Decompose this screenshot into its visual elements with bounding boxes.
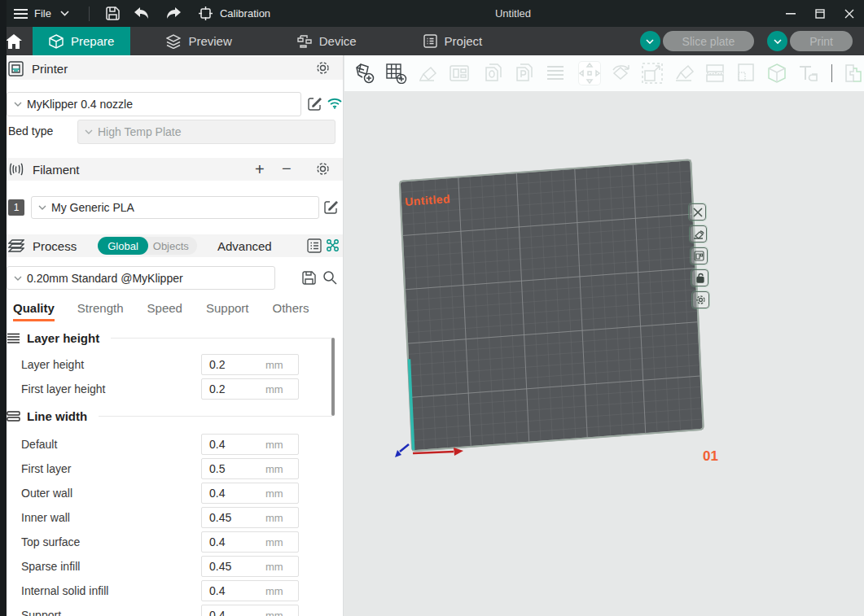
copy-icon[interactable] (483, 62, 504, 85)
arrange-icon[interactable] (449, 62, 470, 85)
device-icon (297, 35, 312, 48)
process-preset-select[interactable]: 0.20mm Standard @MyKlipper (7, 266, 275, 290)
setting-row: Layer height mm (0, 354, 344, 375)
calibration-label[interactable]: Calibration (220, 7, 270, 20)
printer-preset-value: MyKlipper 0.4 nozzle (27, 98, 133, 111)
printer-settings-gear-icon[interactable] (315, 60, 331, 76)
lay-on-face-icon[interactable] (673, 62, 695, 85)
plate-number-label: 01 (703, 448, 718, 465)
build-plate[interactable] (344, 91, 864, 616)
setting-label: Outer wall (21, 483, 72, 504)
printer-connection-wifi-icon[interactable] (327, 98, 342, 109)
assembly-view-icon[interactable] (843, 62, 864, 85)
first-layer-line-width-input[interactable] (202, 462, 265, 475)
scale-tool-icon[interactable] (642, 62, 663, 85)
split-tool-icon[interactable] (704, 62, 726, 85)
setting-label: Default (21, 434, 57, 455)
tab-prepare[interactable]: Prepare (33, 27, 130, 55)
tab-device[interactable]: Device (281, 27, 373, 55)
delete-plate-icon[interactable] (689, 203, 706, 221)
sidebar-scrollbar[interactable] (331, 338, 335, 416)
filament-settings-gear-icon[interactable] (315, 161, 331, 177)
text-tool-icon[interactable] (798, 62, 820, 85)
viewport-3d[interactable]: Untitled 01 (344, 55, 864, 616)
compare-params-icon[interactable] (326, 238, 340, 253)
auto-orient-icon[interactable] (417, 62, 439, 85)
save-preset-icon[interactable] (302, 271, 316, 285)
sparse-infill-line-width-input[interactable] (202, 560, 265, 573)
arrange-plate-icon[interactable] (691, 247, 708, 264)
edit-filament-icon[interactable] (324, 200, 338, 214)
paste-icon[interactable] (514, 62, 535, 85)
tab-strength[interactable]: Strength (77, 301, 124, 321)
scope-global-button[interactable]: Global (98, 237, 148, 255)
window-title: Untitled (440, 7, 586, 20)
preview-layers-icon (166, 34, 181, 49)
file-menu[interactable]: File (34, 7, 51, 20)
save-icon[interactable] (104, 5, 122, 23)
filament-preset-chevron-icon (38, 205, 46, 210)
line-width-group-header: Line width (7, 409, 332, 423)
default-line-width-input[interactable] (202, 438, 265, 451)
add-filament-button[interactable]: + (255, 160, 265, 179)
unit-label: mm (265, 561, 283, 573)
setting-label: Sparse infill (21, 556, 80, 577)
minimize-button[interactable] (776, 0, 805, 27)
top-surface-line-width-input[interactable] (202, 535, 265, 548)
unit-label: mm (265, 359, 283, 371)
project-list-icon (423, 34, 437, 48)
plate-settings-gear-icon[interactable] (692, 291, 709, 308)
printer-preset-select[interactable]: MyKlipper 0.4 nozzle (7, 92, 301, 116)
line-width-group-icon (7, 411, 20, 422)
remove-filament-button[interactable]: − (282, 159, 292, 178)
internal-solid-infill-line-width-input[interactable] (202, 584, 265, 597)
inner-wall-line-width-input[interactable] (202, 511, 265, 524)
scope-objects-button[interactable]: Objects (148, 240, 197, 252)
variable-layer-height-icon[interactable] (766, 62, 788, 85)
slice-plate-button[interactable]: Slice plate (663, 31, 755, 51)
calibration-icon[interactable] (197, 5, 215, 23)
tab-device-label: Device (319, 34, 357, 48)
redo-icon[interactable] (164, 5, 182, 23)
rotate-tool-icon[interactable] (610, 62, 632, 85)
orient-plate-icon[interactable] (690, 225, 707, 242)
tab-quality[interactable]: Quality (13, 301, 55, 321)
unit-label: mm (265, 463, 283, 475)
process-layers-icon (8, 239, 24, 253)
application-window: File (0, 0, 864, 616)
undo-icon[interactable] (134, 5, 151, 23)
printer-section-header: Printer (0, 57, 344, 80)
layer-height-input[interactable] (202, 358, 265, 371)
add-object-icon[interactable] (353, 62, 375, 85)
filament-slot-badge[interactable]: 1 (8, 199, 24, 216)
support-line-width-input[interactable] (202, 609, 265, 616)
maximize-button[interactable] (805, 0, 835, 27)
tab-support[interactable]: Support (206, 301, 249, 321)
fill-color-icon[interactable] (735, 62, 757, 85)
parameter-list-icon[interactable] (307, 238, 322, 253)
layer-height-group-header: Layer height (7, 331, 332, 345)
filament-icon (8, 162, 24, 177)
edit-printer-icon[interactable] (308, 97, 322, 111)
add-plate-icon[interactable] (385, 62, 407, 85)
slice-dropdown-chevron-icon[interactable] (640, 31, 660, 51)
setting-row: Top surface mm (0, 531, 344, 553)
hamburger-menu-icon[interactable] (11, 5, 29, 23)
move-tool-icon[interactable] (579, 62, 600, 85)
close-button[interactable] (835, 0, 864, 27)
tab-preview[interactable]: Preview (150, 27, 248, 55)
print-dropdown-chevron-icon[interactable] (767, 31, 787, 51)
tab-others[interactable]: Others (273, 301, 309, 321)
object-list-icon[interactable] (545, 62, 566, 85)
file-menu-chevron-icon[interactable] (56, 5, 74, 23)
search-settings-icon[interactable] (322, 270, 337, 285)
first-layer-height-input[interactable] (202, 382, 265, 395)
bed-type-select[interactable]: High Temp Plate (77, 120, 336, 144)
tab-project-label: Project (445, 34, 483, 48)
filament-preset-select[interactable]: My Generic PLA (31, 196, 319, 219)
lock-plate-icon[interactable] (691, 269, 708, 286)
tab-project[interactable]: Project (407, 27, 499, 55)
print-button[interactable]: Print (790, 31, 853, 51)
outer-wall-line-width-input[interactable] (202, 487, 265, 500)
tab-speed[interactable]: Speed (147, 301, 182, 321)
